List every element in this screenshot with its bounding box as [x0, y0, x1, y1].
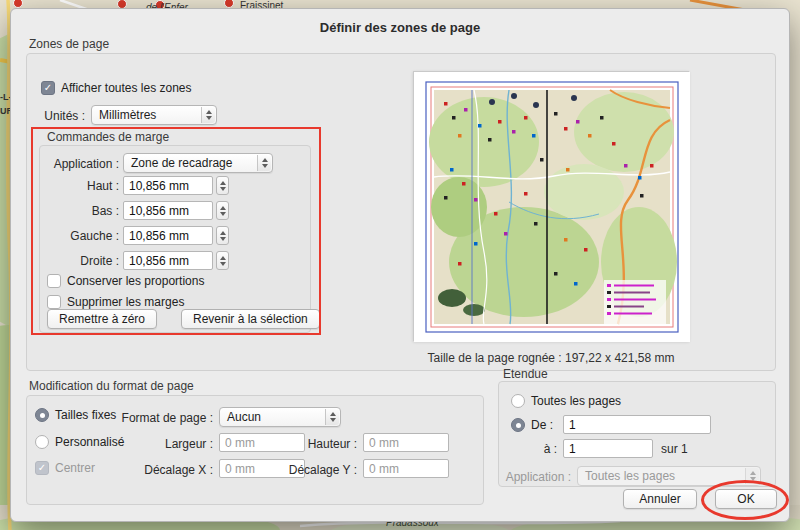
to-page-input[interactable] [563, 439, 653, 458]
all-pages-label: Toutes les pages [531, 394, 621, 408]
application-label: Application : [39, 157, 119, 171]
right-margin-stepper[interactable] [216, 251, 229, 270]
radio-unselected-icon [35, 435, 49, 449]
left-margin-input[interactable] [123, 226, 213, 245]
all-pages-radio[interactable]: Toutes les pages [511, 394, 621, 408]
radio-unselected-icon [511, 394, 525, 408]
fixed-sizes-label: Tailles fixes [55, 408, 116, 422]
keep-proportions-label: Conserver les proportions [67, 274, 204, 288]
top-margin-input[interactable] [123, 176, 213, 195]
show-all-zones-label: Afficher toutes les zones [61, 81, 192, 95]
units-dropdown[interactable]: Millimètres [91, 105, 217, 125]
checkbox-unchecked-icon [47, 295, 61, 309]
range-group-label: Etendue [503, 367, 548, 381]
margin-application-value: Zone de recadrage [131, 156, 232, 170]
radio-selected-icon [511, 418, 525, 432]
page-boxes-dialog: Définir des zones de page Zones de page … [10, 8, 790, 522]
units-value: Millimètres [99, 108, 156, 122]
page-range-radio[interactable]: De : [511, 418, 553, 432]
range-application-value: Toutes les pages [585, 469, 675, 483]
units-label: Unités : [37, 109, 85, 123]
width-label: Largeur : [133, 437, 213, 451]
fixed-sizes-radio[interactable]: Tailles fixes [35, 408, 116, 422]
radio-selected-icon [35, 408, 49, 422]
page-preview [413, 71, 689, 341]
dropdown-arrows-icon [325, 409, 339, 425]
right-margin-label: Droite : [39, 254, 119, 268]
cancel-button[interactable]: Annuler [623, 489, 697, 509]
remove-margins-label: Supprimer les marges [67, 295, 184, 309]
margin-application-dropdown[interactable]: Zone de recadrage [123, 153, 273, 173]
format-group-label: Modification du format de page [29, 379, 194, 393]
offset-x-label: Décalage X : [133, 463, 213, 477]
show-all-zones-checkbox[interactable]: ✓ Afficher toutes les zones [41, 81, 192, 95]
dropdown-arrows-icon [745, 468, 759, 484]
preview-legend [604, 280, 666, 324]
reset-button[interactable]: Remettre à zéro [47, 309, 157, 329]
trimmed-page-size-caption: Taille de la page rognée : 197,22 x 421,… [393, 351, 709, 365]
dropdown-arrows-icon [257, 155, 271, 171]
from-label: De : [531, 418, 553, 432]
bottom-margin-input[interactable] [123, 201, 213, 220]
bottom-margin-label: Bas : [39, 204, 119, 218]
bottom-margin-stepper[interactable] [216, 201, 229, 220]
checkbox-checked-icon: ✓ [41, 81, 55, 95]
center-label: Centrer [55, 461, 95, 475]
page-format-dropdown[interactable]: Aucun [219, 407, 341, 427]
to-label: à : [521, 442, 557, 456]
height-label: Hauteur : [273, 437, 357, 451]
range-application-label: Application : [489, 470, 571, 484]
remove-margins-checkbox[interactable]: Supprimer les marges [47, 295, 184, 309]
margin-group-label: Commandes de marge [47, 130, 169, 144]
checkbox-checked-icon: ✓ [35, 461, 49, 475]
left-margin-label: Gauche : [39, 229, 119, 243]
page-count-label: sur 1 [661, 442, 701, 456]
checkbox-unchecked-icon [47, 274, 61, 288]
custom-size-label: Personnalisé [55, 435, 124, 449]
dropdown-arrows-icon [201, 107, 215, 123]
left-margin-stepper[interactable] [216, 226, 229, 245]
from-page-input[interactable] [563, 415, 711, 434]
page-format-value: Aucun [227, 410, 261, 424]
revert-to-selection-button[interactable]: Revenir à la sélection [181, 309, 320, 329]
custom-size-radio[interactable]: Personnalisé [35, 435, 124, 449]
top-margin-stepper[interactable] [216, 176, 229, 195]
right-margin-input[interactable] [123, 251, 213, 270]
page-format-label: Format de page : [109, 411, 213, 425]
top-margin-label: Haut : [39, 179, 119, 193]
center-checkbox[interactable]: ✓ Centrer [35, 461, 95, 475]
zones-group-label: Zones de page [29, 37, 109, 51]
offset-y-label: Décalage Y : [273, 463, 357, 477]
keep-proportions-checkbox[interactable]: Conserver les proportions [47, 274, 204, 288]
height-input[interactable] [363, 433, 449, 452]
range-application-dropdown[interactable]: Toutes les pages [577, 466, 761, 486]
offset-y-input[interactable] [363, 459, 449, 478]
dialog-title: Définir des zones de page [11, 20, 789, 35]
ok-button[interactable]: OK [715, 489, 777, 509]
preview-map-image [414, 72, 690, 342]
